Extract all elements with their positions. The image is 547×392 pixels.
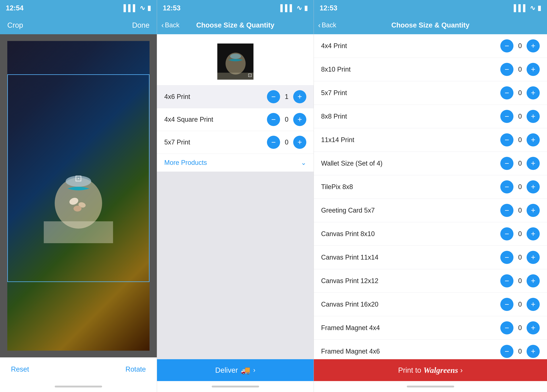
crop-button[interactable]: Crop bbox=[7, 21, 23, 29]
increase-btn-r-5x7[interactable]: + bbox=[526, 86, 540, 100]
qty-value-r-8x10: 0 bbox=[517, 66, 523, 73]
more-products-row[interactable]: More Products ⌄ bbox=[157, 153, 314, 172]
plus-icon: + bbox=[531, 88, 535, 97]
plus-icon: + bbox=[531, 159, 535, 168]
decrease-btn-4x6[interactable]: − bbox=[267, 90, 280, 103]
deliver-arrow-icon: › bbox=[253, 366, 255, 374]
decrease-btn-r-8x8[interactable]: − bbox=[500, 110, 513, 123]
decrease-btn-r-canvas-8x10[interactable]: − bbox=[500, 227, 513, 240]
increase-btn-4x6[interactable]: + bbox=[293, 90, 306, 103]
increase-btn-r-canvas-12x12[interactable]: + bbox=[526, 274, 540, 287]
product-card: ⊡ 4x6 Print − 1 + 4x4 Square Print bbox=[157, 34, 314, 172]
print-label-4x4: 4x4 Square Print bbox=[164, 116, 213, 123]
decrease-btn-r-greeting[interactable]: − bbox=[500, 204, 513, 217]
qty-value-r-canvas-12x12: 0 bbox=[517, 277, 523, 285]
time-panel2: 12:53 bbox=[163, 4, 180, 12]
decrease-btn-5x7[interactable]: − bbox=[267, 136, 280, 149]
increase-btn-r-canvas-16x20[interactable]: + bbox=[526, 298, 540, 311]
crop-area[interactable]: ⊡ bbox=[0, 34, 157, 357]
crop-header: Crop Done bbox=[0, 16, 157, 34]
plus-icon-5x7: + bbox=[298, 138, 302, 147]
print-row-5x7: 5x7 Print − 0 + bbox=[157, 131, 314, 153]
battery-icon: ▮ bbox=[147, 4, 151, 12]
thumb-crop-icon: ⊡ bbox=[248, 72, 252, 78]
plus-icon: + bbox=[531, 253, 535, 262]
qty-controls-r-8x10: − 0 + bbox=[500, 63, 540, 76]
qty-value-r-11x14: 0 bbox=[517, 136, 523, 144]
increase-btn-r-wallet[interactable]: + bbox=[526, 157, 540, 170]
increase-btn-r-11x14[interactable]: + bbox=[526, 133, 540, 146]
walgreens-logo: Walgreens bbox=[423, 365, 458, 375]
status-bar-panel2: 12:53 ▌▌▌ ∿ ▮ bbox=[157, 0, 314, 16]
time-panel3: 12:53 bbox=[320, 4, 337, 12]
done-button[interactable]: Done bbox=[132, 21, 150, 29]
qty-value-r-canvas-16x20: 0 bbox=[517, 300, 523, 308]
panel2-content: ⊡ 4x6 Print − 1 + 4x4 Square Print bbox=[157, 34, 314, 381]
qty-value-r-magnet-4x4: 0 bbox=[517, 324, 523, 332]
increase-btn-4x4[interactable]: + bbox=[293, 113, 306, 126]
status-bar-panel1: 12:54 ▌▌▌ ∿ ▮ bbox=[0, 0, 157, 16]
deliver-button[interactable]: Deliver 🚚 › bbox=[157, 359, 314, 381]
decrease-btn-r-magnet-4x4[interactable]: − bbox=[500, 321, 513, 334]
decrease-btn-r-canvas-11x14[interactable]: − bbox=[500, 251, 513, 264]
status-icons-panel1: ▌▌▌ ∿ ▮ bbox=[123, 4, 151, 12]
wifi-icon-p3: ∿ bbox=[530, 4, 535, 12]
qty-value-r-8x8: 0 bbox=[517, 113, 523, 120]
product-thumbnail: ⊡ bbox=[217, 43, 254, 80]
qty-controls-r-canvas-11x14: − 0 + bbox=[500, 251, 540, 264]
minus-icon-4x4: − bbox=[271, 115, 276, 124]
deliver-label: Deliver bbox=[215, 366, 238, 374]
decrease-btn-r-8x10[interactable]: − bbox=[500, 63, 513, 76]
minus-icon-5x7: − bbox=[271, 138, 276, 147]
product-list-row-greeting: Greeting Card 5x7 − 0 + bbox=[314, 199, 547, 222]
rotate-button[interactable]: Rotate bbox=[125, 365, 146, 373]
back-button-p2[interactable]: ‹ Back bbox=[161, 21, 179, 29]
print-arrow-icon: › bbox=[460, 366, 463, 374]
product-list-label-canvas-11x14: Canvas Print 11x14 bbox=[321, 253, 378, 261]
decrease-btn-r-canvas-16x20[interactable]: − bbox=[500, 298, 513, 311]
increase-btn-r-canvas-8x10[interactable]: + bbox=[526, 227, 540, 240]
minus-icon: − bbox=[505, 277, 509, 285]
increase-btn-r-magnet-4x4[interactable]: + bbox=[526, 321, 540, 334]
panel3-content: 4x4 Print − 0 + 8x10 Print − 0 + 5x7 Pri… bbox=[314, 34, 547, 381]
back-button-p3[interactable]: ‹ Back bbox=[318, 21, 336, 29]
decrease-btn-r-wallet[interactable]: − bbox=[500, 157, 513, 170]
product-list-label-8x8: 8x8 Print bbox=[321, 113, 347, 120]
minus-icon: − bbox=[505, 300, 509, 309]
minus-icon: − bbox=[505, 230, 509, 238]
decrease-btn-r-4x4[interactable]: − bbox=[500, 39, 513, 53]
increase-btn-r-4x4[interactable]: + bbox=[526, 39, 540, 53]
reset-button[interactable]: Reset bbox=[11, 365, 29, 373]
product-list-label-8x10: 8x10 Print bbox=[321, 66, 351, 73]
plus-icon: + bbox=[531, 135, 535, 144]
print-label-4x6: 4x6 Print bbox=[164, 93, 190, 100]
increase-btn-r-8x8[interactable]: + bbox=[526, 110, 540, 123]
qty-value-5x7: 0 bbox=[284, 139, 290, 146]
qty-value-r-canvas-11x14: 0 bbox=[517, 253, 523, 261]
decrease-btn-r-magnet-4x6[interactable]: − bbox=[500, 345, 513, 358]
qty-controls-r-5x7: − 0 + bbox=[500, 86, 540, 100]
print-label-5x7: 5x7 Print bbox=[164, 139, 190, 146]
decrease-btn-4x4[interactable]: − bbox=[267, 113, 280, 126]
increase-btn-r-magnet-4x6[interactable]: + bbox=[526, 345, 540, 358]
increase-btn-r-canvas-11x14[interactable]: + bbox=[526, 251, 540, 264]
increase-btn-r-tilepix[interactable]: + bbox=[526, 180, 540, 193]
increase-btn-r-greeting[interactable]: + bbox=[526, 204, 540, 217]
product-list-label-4x4: 4x4 Print bbox=[321, 42, 347, 50]
minus-icon: − bbox=[505, 183, 509, 191]
decrease-btn-r-5x7[interactable]: − bbox=[500, 86, 513, 100]
svg-point-1 bbox=[66, 176, 91, 187]
home-indicator-panel2 bbox=[157, 381, 314, 392]
product-list-label-canvas-12x12: Canvas Print 12x12 bbox=[321, 277, 378, 285]
battery-icon-p2: ▮ bbox=[304, 4, 308, 12]
decrease-btn-r-tilepix[interactable]: − bbox=[500, 180, 513, 193]
print-to-walgreens-button[interactable]: Print to Walgreens › bbox=[314, 359, 547, 381]
increase-btn-r-8x10[interactable]: + bbox=[526, 63, 540, 76]
product-list-label-magnet-4x6: Framed Magnet 4x6 bbox=[321, 348, 380, 355]
minus-icon: − bbox=[505, 112, 509, 121]
qty-controls-r-canvas-8x10: − 0 + bbox=[500, 227, 540, 240]
decrease-btn-r-canvas-12x12[interactable]: − bbox=[500, 274, 513, 287]
print-to-label: Print to bbox=[398, 366, 421, 374]
decrease-btn-r-11x14[interactable]: − bbox=[500, 133, 513, 146]
increase-btn-5x7[interactable]: + bbox=[293, 136, 306, 149]
